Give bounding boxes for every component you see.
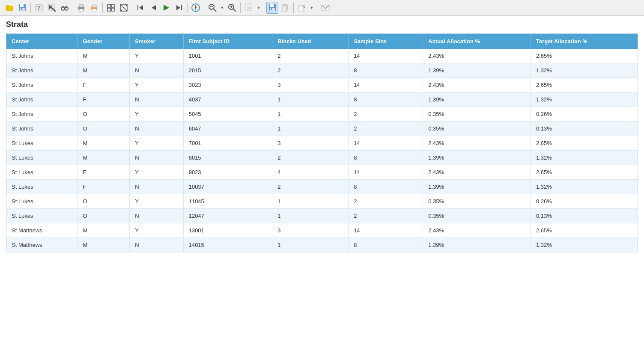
pages-btn[interactable] [279,2,291,14]
cell-smoker: N [130,122,183,136]
zoom-in-btn[interactable] [226,2,238,14]
col-header-blocks-used: Blocks Used [272,34,349,49]
svg-rect-7 [21,8,22,10]
svg-marker-39 [195,4,197,9]
binoculars-btn[interactable] [59,2,71,14]
table-row: St MatthewsMN14015181.39%1.32% [6,238,638,252]
svg-rect-17 [66,6,67,8]
cell-blocksUsed: 3 [272,223,349,238]
play-btn[interactable] [160,2,172,14]
cell-smoker: Y [130,78,183,92]
table-row: St LukesMY70013142.43%2.65% [6,136,638,151]
email-btn[interactable] [319,2,331,14]
resize-btn[interactable] [118,2,130,14]
svg-rect-2 [6,6,13,11]
col-header-center: Center [6,34,78,49]
cell-targetAllocation: 0.13% [531,209,638,223]
page-title: Strata [6,20,638,29]
toolbar: ? ▼ [0,0,644,16]
cell-actualAllocation: 0.35% [423,122,531,136]
svg-marker-35 [164,5,169,11]
cell-targetAllocation: 2.65% [531,49,638,63]
last-btn[interactable] [173,2,185,14]
cell-center: St Johns [6,78,78,92]
cell-smoker: Y [130,49,183,63]
cell-firstSubjectId: 11045 [183,194,272,209]
help-btn[interactable]: ? [33,2,45,14]
cell-sampleSize: 2 [349,194,423,209]
document-btn[interactable] [243,2,255,14]
cell-sampleSize: 8 [349,92,423,107]
cell-targetAllocation: 2.65% [531,136,638,151]
select-btn[interactable] [46,2,58,14]
svg-rect-16 [63,6,64,8]
cell-targetAllocation: 1.32% [531,151,638,165]
cell-sampleSize: 14 [349,78,423,92]
cell-smoker: N [130,238,183,252]
svg-rect-25 [111,4,114,7]
cell-sampleSize: 2 [349,122,423,136]
sep1 [30,3,31,13]
col-header-gender: Gender [78,34,130,49]
prev-btn[interactable] [147,2,159,14]
first-btn[interactable] [134,2,146,14]
cell-blocksUsed: 1 [272,238,349,252]
open-folder-btn[interactable] [3,2,15,14]
cell-smoker: N [130,92,183,107]
doc-menu-btn[interactable]: ▼ [256,2,262,14]
grid-btn[interactable] [105,2,117,14]
svg-marker-31 [121,9,123,11]
svg-marker-33 [139,5,143,10]
cell-center: St Lukes [6,209,78,223]
cell-firstSubjectId: 6047 [183,122,272,136]
save-btn[interactable] [16,2,28,14]
col-header-target-allocation: Target Allocation % [531,34,638,49]
svg-rect-26 [107,8,110,11]
cell-blocksUsed: 4 [272,165,349,180]
cell-smoker: N [130,180,183,194]
save-highlighted-btn[interactable] [266,2,278,14]
cell-targetAllocation: 2.65% [531,165,638,180]
svg-marker-37 [176,5,180,10]
zoom-menu-btn[interactable]: ▼ [219,2,225,14]
cell-actualAllocation: 1.39% [423,238,531,252]
cell-sampleSize: 8 [349,151,423,165]
cell-gender: M [78,223,130,238]
col-header-first-subject-id: First Subject ID [183,34,272,49]
cell-smoker: N [130,63,183,78]
svg-rect-23 [92,9,96,11]
cell-blocksUsed: 2 [272,151,349,165]
page-content: Strata Center Gender Smoker First Subjec… [0,16,644,257]
print2-btn[interactable] [88,2,100,14]
export-btn[interactable] [296,2,308,14]
cell-actualAllocation: 1.39% [423,92,531,107]
cell-sampleSize: 8 [349,63,423,78]
cell-targetAllocation: 1.32% [531,92,638,107]
cell-targetAllocation: 1.32% [531,180,638,194]
cell-sampleSize: 14 [349,49,423,63]
cell-firstSubjectId: 3023 [183,78,272,92]
cell-targetAllocation: 0.26% [531,194,638,209]
zoom-out-btn[interactable] [206,2,218,14]
cell-firstSubjectId: 13001 [183,223,272,238]
table-row: St JohnsMY10012142.43%2.65% [6,49,638,63]
cell-sampleSize: 14 [349,136,423,151]
cell-targetAllocation: 2.65% [531,223,638,238]
col-header-smoker: Smoker [130,34,183,49]
cell-smoker: N [130,151,183,165]
sep2 [73,3,73,13]
compass-btn[interactable] [190,2,202,14]
sep10 [317,3,317,13]
cell-blocksUsed: 1 [272,209,349,223]
cell-firstSubjectId: 1001 [183,49,272,63]
cell-firstSubjectId: 5045 [183,107,272,122]
cell-center: St Johns [6,63,78,78]
cell-actualAllocation: 2.43% [423,165,531,180]
cell-gender: O [78,194,130,209]
svg-marker-34 [152,5,156,10]
export-menu-btn[interactable]: ▼ [309,2,315,14]
table-row: St JohnsFY30233142.43%2.65% [6,78,638,92]
table-row: St LukesON12047120.35%0.13% [6,209,638,223]
sep5 [187,3,188,13]
print-btn[interactable] [75,2,87,14]
